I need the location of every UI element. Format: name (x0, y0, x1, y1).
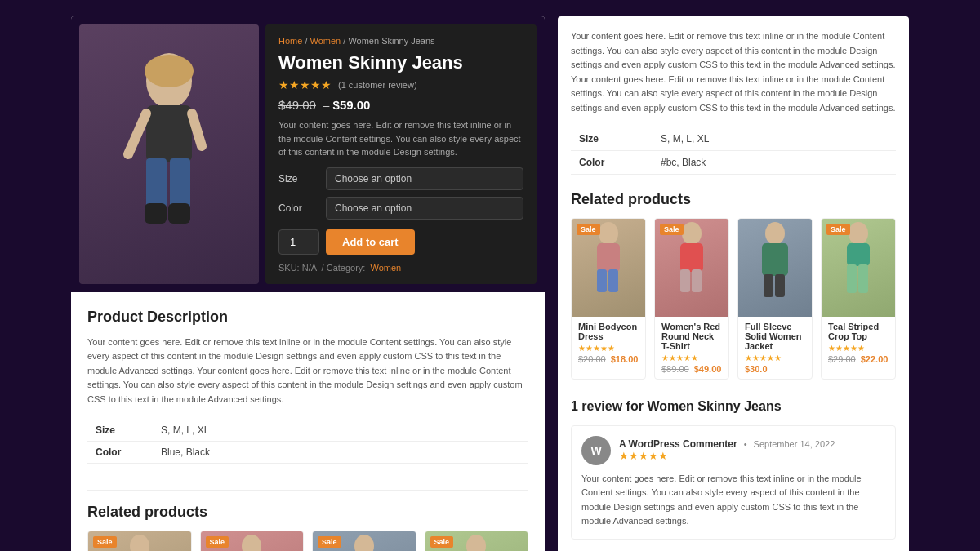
svg-point-13 (242, 535, 261, 551)
related-products-section: Related products Sale Mini Bodycon Dress… (71, 504, 545, 551)
svg-rect-6 (168, 203, 190, 224)
right-card-body-3: Full Sleeve Solid Women Jacket ★★★★★ $30… (738, 317, 812, 379)
size-select[interactable]: Choose an option (326, 167, 523, 190)
product-hero: Home / Women / Women Skinny Jeans Women … (71, 16, 545, 292)
svg-rect-38 (847, 243, 870, 266)
breadcrumb-current: Women Skinny Jeans (348, 36, 434, 46)
right-card-img-1: Sale (572, 219, 645, 317)
quantity-input[interactable] (278, 229, 319, 255)
product-description-section: Product Description Your content goes he… (71, 292, 545, 491)
breadcrumb: Home / Women / Women Skinny Jeans (278, 36, 523, 46)
product-short-desc: Your content goes here. Edit or remove t… (278, 118, 523, 159)
right-card-img-4: Sale (822, 219, 895, 317)
right-card-name-1: Mini Bodycon Dress (578, 322, 639, 341)
svg-rect-31 (680, 269, 690, 292)
product-card-image-3: Sale (313, 531, 416, 551)
right-card-name-4: Teal Striped Crop Top (828, 322, 889, 341)
svg-rect-35 (764, 274, 773, 297)
right-panel: Your content goes here. Edit or remove t… (558, 16, 909, 551)
right-spec-table: Size S, M, L, XL Color #bc, Black (571, 127, 896, 175)
product-title: Women Skinny Jeans (278, 52, 523, 73)
product-card-image-2: Sale (201, 531, 304, 551)
right-spec-row-color: Color #bc, Black (571, 150, 896, 174)
svg-rect-36 (775, 274, 785, 297)
right-card-body-1: Mini Bodycon Dress ★★★★★ $20.00 $18.00 (572, 317, 645, 369)
category-label: Category: (327, 263, 366, 273)
sku-value: N/A (302, 263, 317, 273)
reviews-section: 1 review for Women Skinny Jeans W A Word… (571, 399, 896, 551)
sale-badge: Sale (318, 536, 341, 548)
svg-rect-27 (597, 269, 607, 292)
product-card-image-1: Sale (88, 531, 191, 551)
list-item: Sale Full Sleeve... ★★★★★ $30.00 (312, 531, 416, 551)
svg-point-1 (145, 55, 194, 87)
right-related-title: Related products (571, 191, 896, 208)
right-related-grid: Sale Mini Bodycon Dress ★★★★★ $20.00 $18… (571, 218, 896, 380)
svg-point-21 (466, 535, 486, 551)
right-card-img-2: Sale (655, 219, 728, 317)
right-related-products: Related products Sale Mini Bodycon Dress… (571, 191, 896, 380)
price-to: $59.00 (333, 98, 371, 112)
right-card-price-3: $30.0 (745, 364, 805, 374)
sale-badge: Sale (93, 536, 117, 548)
product-description-body: Your content goes here. Edit or remove t… (87, 335, 528, 407)
svg-point-33 (765, 222, 785, 245)
breadcrumb-home[interactable]: Home (278, 36, 302, 46)
right-card-body-2: Women's Red Round Neck T-Shirt ★★★★★ $89… (655, 317, 728, 379)
breadcrumb-women[interactable]: Women (310, 36, 341, 46)
svg-rect-2 (146, 105, 192, 162)
reviewer-name: A WordPress Commenter (619, 438, 737, 450)
right-card-price-1: $20.00 $18.00 (578, 354, 639, 364)
right-spec-row-size: Size S, M, L, XL (571, 127, 896, 151)
reviewer-date: September 14, 2022 (754, 439, 835, 449)
svg-rect-34 (762, 243, 788, 276)
svg-rect-40 (858, 264, 868, 293)
svg-rect-39 (847, 264, 857, 293)
svg-point-17 (354, 535, 374, 551)
right-card-stars-2: ★★★★★ (662, 353, 722, 362)
sale-badge: Sale (660, 224, 684, 235)
related-products-title: Related products (71, 504, 545, 521)
svg-rect-32 (692, 269, 702, 292)
right-card-body-4: Teal Striped Crop Top ★★★★★ $29.00 $22.0… (822, 317, 895, 369)
spec-table: Size S, M, L, XL Color Blue, Black (87, 420, 528, 464)
add-to-cart-button[interactable]: Add to cart (326, 229, 415, 255)
reviewer-avatar: W (581, 436, 611, 465)
svg-line-8 (192, 113, 202, 146)
sale-badge: Sale (206, 536, 229, 548)
svg-point-9 (130, 535, 149, 551)
reviewer-row: W A WordPress Commenter • September 14, … (581, 436, 885, 465)
spec-color-label: Color (87, 442, 153, 464)
divider (87, 490, 528, 491)
sale-badge: Sale (577, 224, 600, 235)
price-range: $49.00 – $59.00 (278, 98, 523, 112)
product-image (79, 24, 259, 284)
reviewer-stars: ★★★★★ (619, 450, 885, 462)
right-card-name-3: Full Sleeve Solid Women Jacket (745, 322, 805, 351)
right-desc-text: Your content goes here. Edit or remove t… (571, 29, 896, 116)
svg-rect-3 (146, 158, 167, 207)
spec-row-size: Size S, M, L, XL (87, 420, 528, 442)
right-card-stars-1: ★★★★★ (578, 344, 639, 353)
list-item: Sale Teal Striped... ★★★★★ $29.00 $22.00 (425, 531, 529, 551)
sku-category: SKU: N/A / Category: Women (278, 263, 523, 273)
related-grid: Sale Mini Bodycon Dress ★★★★★ $20.00 $18… (71, 531, 545, 551)
right-spec-size-value: S, M, L, XL (653, 127, 896, 151)
category-link[interactable]: Women (370, 263, 401, 273)
color-select[interactable]: Choose an option (326, 197, 523, 220)
rating-stars: ★★★★★ (278, 78, 332, 91)
svg-rect-4 (170, 158, 190, 207)
list-item: Sale Mini Bodycon Dress ★★★★★ $20.00 $18… (87, 531, 192, 551)
spec-size-label: Size (87, 420, 153, 442)
left-panel: Home / Women / Women Skinny Jeans Women … (71, 16, 545, 551)
spec-size-value: S, M, L, XL (153, 420, 528, 442)
reviews-title: 1 review for Women Skinny Jeans (571, 399, 896, 414)
product-description-title: Product Description (87, 309, 528, 326)
size-option-row: Size Choose an option (278, 167, 523, 190)
qty-cart-row: Add to cart (278, 229, 523, 255)
right-card-price-2: $89.00 $49.00 (662, 364, 722, 374)
right-card-name-2: Women's Red Round Neck T-Shirt (662, 322, 722, 351)
svg-rect-5 (145, 203, 167, 224)
right-card-img-3 (738, 219, 812, 317)
reviewer-info: A WordPress Commenter • September 14, 20… (619, 438, 885, 462)
